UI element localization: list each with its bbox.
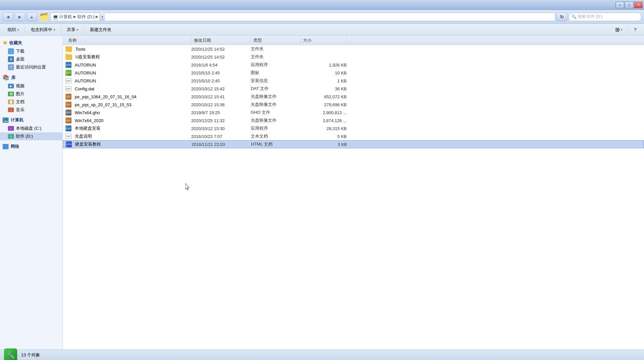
download-icon: ↓ bbox=[8, 48, 14, 54]
col-header-name[interactable]: 名称 bbox=[65, 36, 191, 45]
table-row[interactable]: Tools 2020/12/25 14:52 文件夹 bbox=[63, 45, 644, 53]
sidebar-item-music[interactable]: ♪ 音乐 bbox=[0, 106, 63, 114]
main-area: ★ 收藏夹 ↓ 下载 🖥 桌面 ⏱ 最近访问的位置 📚 库 ▶ bbox=[0, 36, 644, 349]
breadcrumb-drive[interactable]: 软件 (D:) bbox=[77, 14, 94, 20]
file-type: HTML 文档 bbox=[251, 141, 273, 147]
desktop-icon: 🖥 bbox=[8, 56, 14, 62]
toolbar: 组织 ▾ 包含到库中 ▾ 共享 ▾ 新建文件夹 ⊞ ▾ ? bbox=[0, 24, 644, 36]
file-type-cell: GHO 文件 bbox=[251, 110, 300, 115]
maximize-button[interactable]: □ bbox=[625, 2, 633, 8]
up-button[interactable]: ▲ bbox=[26, 12, 37, 22]
sidebar-section-computer: 💻 计算机 C 本地磁盘 (C:) D 软件 (D:) bbox=[0, 116, 63, 140]
file-size: 1 KB bbox=[337, 78, 347, 83]
minimize-button[interactable]: ─ bbox=[616, 2, 624, 8]
table-row[interactable]: EXE 本地硬盘安装 2020/10/12 15:30 应用程序 28,315 … bbox=[63, 124, 644, 132]
file-name: Win7x64_2020 bbox=[75, 118, 104, 123]
table-row[interactable]: U盘安装教程 2020/12/25 14:52 文件夹 bbox=[63, 53, 644, 61]
include-button[interactable]: 包含到库中 ▾ bbox=[27, 25, 59, 34]
music-icon: ♪ bbox=[8, 108, 14, 112]
sidebar-item-photo[interactable]: 🖼 图片 bbox=[0, 90, 63, 98]
organize-button[interactable]: 组织 ▾ bbox=[4, 25, 23, 34]
forward-button[interactable]: ► bbox=[15, 12, 25, 22]
share-button[interactable]: 共享 ▾ bbox=[63, 25, 82, 34]
file-type-cell: 光盘映像文件 bbox=[251, 94, 300, 100]
breadcrumb-sep-1: ▶ bbox=[73, 15, 76, 19]
file-date: 2020/12/25 14:52 bbox=[191, 55, 225, 60]
network-label: 网络 bbox=[11, 144, 19, 150]
sidebar-item-drive-c[interactable]: C 本地磁盘 (C:) bbox=[0, 124, 63, 132]
new-folder-button[interactable]: 新建文件夹 bbox=[86, 25, 115, 34]
col-header-size[interactable]: 大小 bbox=[300, 36, 347, 45]
file-name-cell: TXT 光盘说明 bbox=[65, 133, 191, 139]
sidebar-item-doc[interactable]: 📄 文档 bbox=[0, 98, 63, 106]
recent-icon: ⏱ bbox=[8, 64, 14, 70]
table-row[interactable]: GHO Win7x64.gho 2019/9/7 19:25 GHO 文件 2,… bbox=[63, 109, 644, 116]
file-type: DAT 文件 bbox=[251, 86, 269, 92]
file-name-cell: U盘安装教程 bbox=[65, 54, 191, 60]
table-row[interactable]: ISO pe_yqs_xp_20_07_31_15_53 2020/10/12 … bbox=[63, 101, 644, 109]
sidebar-item-desktop[interactable]: 🖥 桌面 bbox=[0, 55, 63, 63]
close-button[interactable]: ✕ bbox=[634, 2, 643, 8]
breadcrumb-sep-2: ▶ bbox=[96, 15, 98, 19]
file-date: 2016/10/23 7:07 bbox=[191, 134, 222, 139]
file-type: 文件夹 bbox=[251, 46, 264, 52]
file-name: Config.dat bbox=[75, 86, 94, 91]
file-size-cell: 1,926 KB bbox=[300, 63, 347, 68]
file-date: 2020/10/12 15:36 bbox=[191, 102, 225, 107]
table-row[interactable]: ICO AUTORUN 2015/5/10 2:45 图标 10 KB bbox=[63, 69, 644, 77]
refresh-button[interactable]: ↻ bbox=[557, 12, 567, 22]
table-row[interactable]: TXT 光盘说明 2016/10/23 7:07 文本文档 5 KB bbox=[63, 132, 644, 140]
file-name-cell: EXE 本地硬盘安装 bbox=[65, 125, 191, 131]
sidebar-desktop-label: 桌面 bbox=[16, 56, 24, 62]
sidebar-item-recent[interactable]: ⏱ 最近访问的位置 bbox=[0, 63, 63, 71]
file-size-cell: 1 KB bbox=[300, 78, 347, 83]
file-name-cell: DAT AUTORUN bbox=[65, 78, 191, 83]
file-name-cell: ISO Win7x64_2020 bbox=[65, 117, 191, 123]
file-type: 图标 bbox=[251, 70, 259, 76]
file-type-cell: 应用程序 bbox=[251, 62, 300, 68]
table-row[interactable]: ISO Win7x64_2020 2020/12/25 11:32 光盘映像文件… bbox=[63, 116, 644, 124]
col-type-label: 类型 bbox=[253, 37, 262, 43]
file-date-cell: 2020/10/12 15:41 bbox=[191, 94, 251, 99]
col-header-type[interactable]: 类型 bbox=[251, 36, 300, 45]
table-row[interactable]: ISO pe_yqs_1064_20_07_31_16_04 2020/10/1… bbox=[63, 93, 644, 101]
sidebar-download-label: 下载 bbox=[16, 48, 24, 54]
help-button[interactable]: ? bbox=[630, 25, 640, 34]
sidebar-favorites-header[interactable]: ★ 收藏夹 bbox=[0, 38, 63, 47]
breadcrumb-computer[interactable]: 💻 计算机 bbox=[53, 14, 72, 20]
views-button[interactable]: ⊞ ▾ bbox=[612, 25, 626, 34]
file-type: 文件夹 bbox=[251, 54, 264, 60]
back-button[interactable]: ◄ bbox=[3, 12, 13, 22]
sidebar-network-header[interactable]: 🌐 网络 bbox=[0, 142, 63, 151]
file-type-cell: HTML 文档 bbox=[251, 141, 301, 147]
file-size: 36 KB bbox=[335, 86, 347, 91]
photo-icon: 🖼 bbox=[8, 92, 14, 96]
table-row[interactable]: DAT AUTORUN 2015/5/10 2:45 安装信息 1 KB bbox=[63, 77, 644, 85]
file-size: 652,072 KB bbox=[324, 94, 347, 99]
file-type: 文本文档 bbox=[251, 133, 268, 139]
col-header-date[interactable]: 修改日期 bbox=[191, 36, 251, 45]
col-date-label: 修改日期 bbox=[194, 37, 211, 43]
file-name: pe_yqs_xp_20_07_31_15_53 bbox=[75, 102, 131, 107]
sidebar-computer-header[interactable]: 💻 计算机 bbox=[0, 116, 63, 124]
sidebar-item-drive-d[interactable]: D 软件 (D:) bbox=[0, 132, 63, 140]
toolbar-sep-2 bbox=[61, 26, 61, 33]
table-row[interactable]: HTM 硬盘安装教程 2016/11/21 22:03 HTML 文档 3 KB bbox=[63, 140, 644, 148]
search-bar[interactable]: 🔍 搜索 软件 (D:) bbox=[569, 13, 641, 21]
file-type: 光盘映像文件 bbox=[251, 117, 277, 123]
table-row[interactable]: DAT Config.dat 2020/10/12 15:42 DAT 文件 3… bbox=[63, 85, 644, 93]
search-icon: 🔍 bbox=[572, 15, 577, 19]
breadcrumb-dropdown-button[interactable]: ▾ bbox=[100, 13, 105, 21]
file-name-cell: GHO Win7x64.gho bbox=[65, 110, 191, 115]
file-type-cell: DAT 文件 bbox=[251, 86, 300, 92]
file-date-cell: 2020/12/25 11:32 bbox=[191, 118, 251, 123]
file-name: U盘安装教程 bbox=[75, 54, 100, 60]
sidebar-item-download[interactable]: ↓ 下载 bbox=[0, 47, 63, 55]
file-type-cell: 光盘映像文件 bbox=[251, 102, 300, 108]
table-row[interactable]: EXE AUTORUN 2016/1/8 4:54 应用程序 1,926 KB bbox=[63, 61, 644, 69]
file-date-cell: 2015/5/10 2:45 bbox=[191, 70, 251, 75]
sidebar-library-header[interactable]: 📚 库 bbox=[0, 73, 63, 82]
file-size: 10 KB bbox=[335, 70, 347, 75]
sidebar-item-video[interactable]: ▶ 视频 bbox=[0, 82, 63, 90]
titlebar: ─ □ ✕ bbox=[0, 0, 644, 10]
